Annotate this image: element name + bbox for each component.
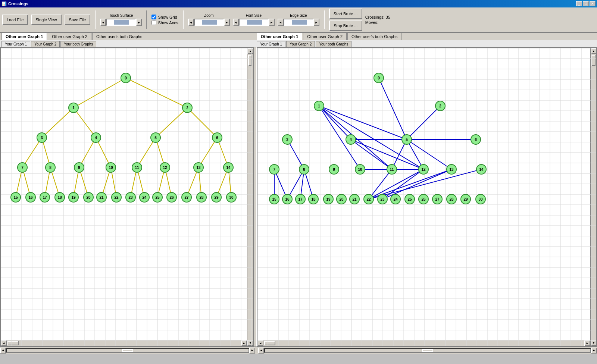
left-scroll-down[interactable]: ▼ <box>247 340 253 346</box>
edge-size-right-btn[interactable]: ► <box>313 19 319 26</box>
node-5[interactable]: 5 <box>150 132 161 143</box>
node-13[interactable]: 13 <box>193 162 204 173</box>
start-brute-button[interactable]: Start Brute ... <box>329 9 362 19</box>
close-button[interactable]: ✕ <box>590 1 596 6</box>
node-21[interactable]: 21 <box>96 192 107 203</box>
node-18[interactable]: 18 <box>308 194 319 204</box>
left-sub-your-graph1[interactable]: Your Graph 1 <box>1 41 30 47</box>
node-30[interactable]: 30 <box>475 194 486 204</box>
left-sub-your-graph2[interactable]: Your Graph 2 <box>31 41 60 47</box>
node-19[interactable]: 19 <box>68 192 79 203</box>
zoom-right-btn[interactable]: ► <box>224 19 230 26</box>
node-17[interactable]: 17 <box>295 194 306 204</box>
node-23[interactable]: 23 <box>377 194 388 204</box>
right-sub-your-graph2[interactable]: Your Graph 2 <box>286 41 315 47</box>
left-scroll-left[interactable]: ◄ <box>1 340 7 346</box>
right-bottom-right-btn[interactable]: ► <box>591 348 597 354</box>
load-file-button[interactable]: Load File <box>2 15 28 25</box>
node-27[interactable]: 27 <box>432 194 443 204</box>
left-tab-other-user-graph2[interactable]: Other user Graph 2 <box>48 33 91 40</box>
node-11[interactable]: 11 <box>387 164 397 175</box>
node-1[interactable]: 1 <box>68 103 79 113</box>
single-view-button[interactable]: Single View <box>31 15 61 25</box>
node-13[interactable]: 13 <box>446 164 457 175</box>
node-19[interactable]: 19 <box>323 194 334 204</box>
node-3[interactable]: 3 <box>37 132 47 143</box>
right-scroll-down[interactable]: ▼ <box>591 340 597 346</box>
node-29[interactable]: 29 <box>211 192 222 203</box>
right-sub-your-both[interactable]: Your both Graphs <box>316 41 351 47</box>
node-20[interactable]: 20 <box>336 194 347 204</box>
right-scroll-left[interactable]: ◄ <box>257 340 263 346</box>
edge-size-left-btn[interactable]: ◄ <box>278 19 284 26</box>
left-scroll-up[interactable]: ▲ <box>247 48 253 54</box>
show-grid-checkbox[interactable] <box>151 15 156 19</box>
node-26[interactable]: 26 <box>166 192 177 203</box>
node-14[interactable]: 14 <box>223 162 234 173</box>
left-scroll-thumb-h[interactable] <box>7 341 19 345</box>
left-scrollbar-v[interactable]: ▲ ▼ <box>247 48 253 346</box>
node-11[interactable]: 11 <box>132 162 142 173</box>
node-29[interactable]: 29 <box>460 194 471 204</box>
node-25[interactable]: 25 <box>404 194 415 204</box>
touch-surface-left-btn[interactable]: ◄ <box>100 19 106 26</box>
node-16[interactable]: 16 <box>282 194 293 204</box>
node-25[interactable]: 25 <box>152 192 163 203</box>
left-bottom-right-btn[interactable]: ► <box>249 348 255 354</box>
node-21[interactable]: 21 <box>349 194 360 204</box>
maximize-button[interactable]: □ <box>583 1 589 6</box>
node-27[interactable]: 27 <box>181 192 192 203</box>
stop-brute-button[interactable]: Stop Brute ... <box>329 21 362 31</box>
show-axes-checkbox[interactable] <box>151 20 156 25</box>
right-scrollbar-h[interactable]: ◄ ► <box>257 340 590 346</box>
node-2[interactable]: 2 <box>435 101 446 111</box>
node-8[interactable]: 8 <box>45 162 56 173</box>
save-file-button[interactable]: Save File <box>65 15 91 25</box>
node-16[interactable]: 16 <box>25 192 36 203</box>
minimize-button[interactable]: _ <box>576 1 582 6</box>
left-bottom-thumb[interactable] <box>122 349 133 352</box>
node-14[interactable]: 14 <box>476 164 487 175</box>
touch-surface-right-btn[interactable]: ► <box>136 19 142 26</box>
node-0[interactable]: 0 <box>121 73 131 83</box>
node-30[interactable]: 30 <box>226 192 237 203</box>
node-9[interactable]: 9 <box>329 164 339 175</box>
node-1[interactable]: 1 <box>314 101 324 111</box>
right-scroll-thumb-h[interactable] <box>264 341 275 345</box>
right-bottom-thumb[interactable] <box>422 349 433 352</box>
node-24[interactable]: 24 <box>139 192 150 203</box>
right-sub-your-graph1[interactable]: Your Graph 1 <box>257 41 285 47</box>
left-scrollbar-h[interactable]: ◄ ► <box>1 340 247 346</box>
node-6[interactable]: 6 <box>471 134 481 145</box>
node-7[interactable]: 7 <box>17 162 28 173</box>
zoom-left-btn[interactable]: ◄ <box>188 19 194 26</box>
left-sub-your-both[interactable]: Your both Graphs <box>60 41 96 47</box>
node-22[interactable]: 22 <box>363 194 374 204</box>
node-12[interactable]: 12 <box>160 162 170 173</box>
right-scroll-up[interactable]: ▲ <box>591 48 597 54</box>
node-9[interactable]: 9 <box>74 162 84 173</box>
right-tab-other-user-both[interactable]: Other user's both Graphs <box>347 33 401 40</box>
left-tab-other-user-graph1[interactable]: Other user Graph 1 <box>1 33 47 40</box>
node-23[interactable]: 23 <box>125 192 136 203</box>
node-6[interactable]: 6 <box>212 132 222 143</box>
node-15[interactable]: 15 <box>269 194 279 204</box>
node-26[interactable]: 26 <box>418 194 429 204</box>
right-scroll-thumb-v[interactable] <box>591 55 596 66</box>
node-0[interactable]: 0 <box>373 73 384 83</box>
node-2[interactable]: 2 <box>182 103 193 113</box>
font-size-left-btn[interactable]: ◄ <box>233 19 239 26</box>
font-size-right-btn[interactable]: ► <box>269 19 275 26</box>
right-bottom-left-btn[interactable]: ◄ <box>258 348 264 354</box>
node-18[interactable]: 18 <box>54 192 65 203</box>
node-12[interactable]: 12 <box>418 164 429 175</box>
node-7[interactable]: 7 <box>269 164 279 175</box>
node-10[interactable]: 10 <box>355 164 365 175</box>
panel-splitter[interactable] <box>254 47 257 346</box>
left-tab-other-user-both[interactable]: Other user's both Graphs <box>92 33 146 40</box>
node-10[interactable]: 10 <box>106 162 116 173</box>
right-scrollbar-v[interactable]: ▲ ▼ <box>590 48 596 346</box>
right-scroll-right[interactable]: ► <box>584 340 590 346</box>
node-17[interactable]: 17 <box>40 192 50 203</box>
node-22[interactable]: 22 <box>111 192 122 203</box>
